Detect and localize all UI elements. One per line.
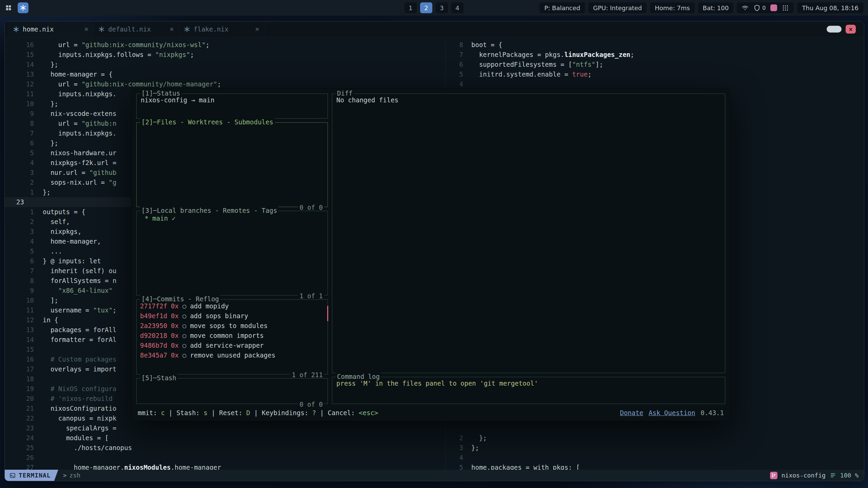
- code-line: 13 home-manager = {: [5, 69, 445, 79]
- tab-close-icon[interactable]: ×: [255, 25, 259, 33]
- statusline: TERMINAL > zsh nixos-config 100 %: [5, 470, 864, 481]
- workspace-button-3[interactable]: 3: [436, 2, 448, 13]
- tab-label: flake.nix: [194, 25, 229, 33]
- clock: Thu Aug 08, 18:16: [797, 2, 863, 13]
- code-line: 5home.packages = with pkgs; [: [446, 463, 864, 470]
- shell-prompt-icon: >: [63, 472, 67, 479]
- status-item: P: Balanced: [539, 2, 585, 13]
- panel-title: [2]─Files - Worktrees - Submodules: [140, 118, 275, 126]
- nix-logo-icon[interactable]: [18, 2, 28, 13]
- nix-snowflake-icon: [184, 26, 190, 33]
- terminal-window: home.nix×default.nix×flake.nix× × 16 url…: [4, 21, 864, 481]
- lazygit-diff-panel[interactable]: Diff No changed files: [332, 94, 725, 373]
- panel-count: 1 of 1: [298, 292, 324, 300]
- commit-row[interactable]: d9202180x○move common imports: [140, 331, 324, 341]
- shell-name: zsh: [70, 472, 81, 479]
- workspace-button-4[interactable]: 4: [451, 2, 463, 13]
- code-line: 12 url = "github:nix-community/home-mana…: [5, 79, 445, 89]
- code-line: 8boot = {: [446, 40, 864, 50]
- apps-grid-icon[interactable]: [782, 4, 789, 12]
- code-line: 3};: [446, 443, 864, 453]
- lazygit-stash-panel[interactable]: [5]─Stash 0 of 0: [136, 378, 328, 404]
- desktop: { "colors":{"accent_blue":"#5283c4","pin…: [0, 0, 868, 488]
- code-line: 6 supportedFilesystems = ["ntfs"];: [446, 60, 864, 69]
- commit-row[interactable]: 2717f2f0x○add mopidy: [140, 301, 324, 311]
- shell-indicator: > zsh: [63, 472, 80, 479]
- nix-snowflake-icon: [13, 26, 19, 33]
- terminal-icon: [9, 472, 16, 479]
- code-line: [446, 423, 864, 433]
- code-line: 15 inputs.nixpkgs.follows = "nixpkgs";: [5, 50, 445, 60]
- panel-count: 1 of 211: [290, 371, 324, 379]
- lazygit-command-log-panel[interactable]: Command log press 'M' in the files panel…: [332, 377, 725, 404]
- code-line: 16 url = "github:nix-community/nixos-wsl…: [5, 40, 445, 50]
- ask-question-link[interactable]: Ask Question: [649, 409, 695, 416]
- nix-snowflake-icon: [98, 26, 105, 33]
- shield-count: 0: [762, 5, 766, 11]
- code-line: 5 initrd.systemd.enable = true;: [446, 69, 864, 79]
- tab-label: home.nix: [23, 25, 54, 33]
- workspace-button-1[interactable]: 1: [405, 2, 417, 13]
- lazygit-branches-panel[interactable]: [3]─Local branches - Remotes - Tags * ma…: [136, 211, 328, 296]
- scroll-percent: 100 %: [840, 472, 859, 479]
- panel-title: [3]─Local branches - Remotes - Tags: [140, 207, 278, 214]
- launcher-icon[interactable]: [5, 4, 12, 12]
- repo-name: nixos-config: [782, 472, 826, 479]
- window-controls: ×: [827, 25, 856, 34]
- list-icon: [830, 472, 836, 479]
- wifi-icon[interactable]: [742, 4, 749, 12]
- panel-title: [1]─Status: [140, 89, 181, 97]
- status-item: Bat: 100: [698, 2, 734, 13]
- shield-icon[interactable]: 0: [753, 4, 766, 12]
- panel-title: Command log: [336, 373, 381, 380]
- tab-home.nix[interactable]: home.nix×: [8, 21, 94, 37]
- git-repo-icon: [770, 472, 777, 479]
- status-item: Home: 7ms: [650, 2, 694, 13]
- code-line: 2 };: [446, 433, 864, 443]
- code-line: 14 };: [5, 60, 445, 69]
- code-line: 25 ./hosts/canopus: [5, 443, 445, 453]
- commit-row[interactable]: 2a239500x○move sops to modules: [140, 321, 324, 331]
- lazygit-files-panel[interactable]: [2]─Files - Worktrees - Submodules 0 of …: [136, 122, 328, 207]
- lazygit-overlay: [1]─Status nixos-config → main [2]─Files…: [132, 89, 730, 421]
- code-line: 23 specialArgs =: [5, 423, 445, 433]
- panel-title: [4]─Commits - Reflog: [140, 295, 220, 303]
- tab-flake.nix[interactable]: flake.nix×: [179, 21, 264, 37]
- diff-content: No changed files: [332, 94, 725, 106]
- code-line: 27 home-manager.nixosModules.home-manage…: [5, 463, 445, 470]
- tab-close-icon[interactable]: ×: [170, 25, 174, 33]
- tab-bar: home.nix×default.nix×flake.nix×: [5, 21, 864, 37]
- workspace-switcher: 1234: [405, 2, 463, 13]
- workspace-button-2[interactable]: 2: [420, 2, 432, 13]
- commit-row[interactable]: 8e345a70x○remove unused packages: [140, 350, 324, 360]
- mode-label: TERMINAL: [19, 472, 51, 479]
- command-log-content: press 'M' in the files panel to open 'gi…: [332, 377, 725, 389]
- top-status-bar: 1234 P: BalancedGPU: IntegratedHome: 7ms…: [0, 0, 868, 16]
- tab-default.nix[interactable]: default.nix×: [94, 21, 179, 37]
- window-pill-button[interactable]: [827, 26, 842, 33]
- branch-item[interactable]: * main ✓: [141, 214, 323, 223]
- tab-close-icon[interactable]: ×: [84, 25, 88, 33]
- panel-count: 0 of 0: [298, 204, 324, 211]
- code-line: 7 kernelPackages = pkgs.linuxPackages_ze…: [446, 50, 864, 60]
- window-close-button[interactable]: ×: [846, 25, 856, 34]
- commits-scrollbar[interactable]: [327, 306, 328, 321]
- code-line: 4: [446, 79, 864, 89]
- status-item: GPU: Integrated: [588, 2, 647, 13]
- keybinding-hints: mmit: c | Stash: s | Reset: D | Keybindi…: [138, 409, 378, 416]
- commit-row[interactable]: b49ef1d0x○add sops binary: [140, 311, 324, 321]
- code-line: 24 modules = [: [5, 433, 445, 443]
- panel-count: 0 of 0: [298, 401, 324, 408]
- lazygit-commits-panel[interactable]: [4]─Commits - Reflog 2717f2f0x○add mopid…: [136, 299, 328, 374]
- version-label: 0.43.1: [701, 409, 724, 416]
- commit-list: 2717f2f0x○add mopidyb49ef1d0x○add sops b…: [137, 300, 328, 362]
- code-line: 4: [446, 453, 864, 463]
- system-stats: P: BalancedGPU: IntegratedHome: 7msBat: …: [539, 2, 733, 13]
- panel-title: [5]─Stash: [140, 374, 178, 382]
- tab-label: default.nix: [108, 25, 151, 33]
- commit-row[interactable]: 9486b7d0x○add service-wrapper: [140, 341, 324, 350]
- donate-link[interactable]: Donate: [620, 409, 643, 416]
- lazygit-status-panel[interactable]: [1]─Status nixos-config → main: [136, 94, 328, 119]
- pink-tray-icon[interactable]: [770, 4, 777, 11]
- system-tray: 0: [737, 2, 794, 13]
